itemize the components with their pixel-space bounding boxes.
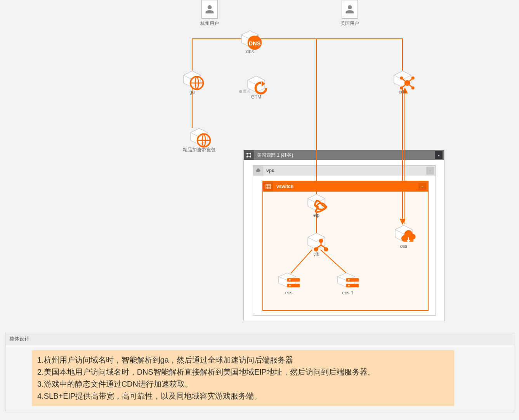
node-ecs1[interactable]: ecs-1 bbox=[337, 271, 359, 296]
vpc-icon bbox=[253, 166, 263, 176]
node-bandwidth[interactable]: 精品加速带宽包 bbox=[183, 128, 215, 153]
user-us-label: 美国用户 bbox=[340, 20, 359, 27]
design-panel: 整体设计 1.杭州用户访问域名时，智能解析到ga，然后通过全球加速访问后端服务器… bbox=[5, 333, 515, 411]
vswitch-icon bbox=[263, 181, 273, 192]
svg-rect-33 bbox=[287, 278, 300, 282]
user-us: 美国用户 bbox=[340, 0, 359, 27]
svg-rect-19 bbox=[246, 153, 248, 154]
svg-point-42 bbox=[348, 285, 350, 287]
region-title: 美国西部 1 (硅谷) bbox=[254, 152, 435, 159]
svg-rect-40 bbox=[346, 284, 359, 287]
svg-rect-21 bbox=[246, 156, 248, 157]
vswitch-collapse-button[interactable]: - bbox=[418, 183, 426, 190]
node-ga[interactable]: ga bbox=[183, 71, 201, 95]
ga-icon bbox=[183, 71, 201, 88]
vpc-collapse-button[interactable]: - bbox=[426, 167, 434, 175]
panel-title: 整体设计 bbox=[5, 333, 515, 345]
node-oss[interactable]: oss bbox=[394, 225, 413, 249]
gtm-retry-tag: 重试 bbox=[243, 89, 250, 94]
vswitch-title: vswitch bbox=[273, 184, 418, 189]
svg-point-41 bbox=[348, 279, 350, 281]
user-hangzhou-label: 杭州用户 bbox=[200, 20, 219, 27]
node-cdn[interactable]: cdn bbox=[393, 71, 412, 95]
region-icon bbox=[244, 150, 254, 160]
svg-point-28 bbox=[319, 239, 323, 243]
svg-rect-23 bbox=[266, 184, 271, 189]
dns-icon: DNS bbox=[241, 30, 259, 47]
region-collapse-button[interactable]: - bbox=[435, 151, 443, 159]
svg-rect-22 bbox=[250, 156, 251, 157]
node-clb[interactable]: clb bbox=[307, 233, 326, 257]
vpc-title: vpc bbox=[263, 168, 426, 173]
node-eip[interactable]: eip bbox=[307, 194, 326, 218]
oss-icon bbox=[394, 225, 413, 242]
clb-icon bbox=[307, 233, 326, 250]
panel-body: 1.杭州用户访问域名时，智能解析到ga，然后通过全球加速访问后端服务器 2.美国… bbox=[32, 350, 454, 406]
svg-text:DNS: DNS bbox=[249, 40, 261, 47]
svg-point-35 bbox=[289, 279, 291, 281]
ecs1-icon bbox=[337, 271, 359, 289]
svg-rect-39 bbox=[346, 278, 359, 282]
design-line-1: 1.杭州用户访问域名时，智能解析到ga，然后通过全球加速访问后端服务器 bbox=[37, 354, 449, 366]
svg-rect-34 bbox=[287, 284, 300, 287]
user-hangzhou: 杭州用户 bbox=[200, 0, 219, 27]
eip-icon bbox=[307, 194, 326, 211]
design-line-3: 3.游戏中的静态文件通过CDN进行加速获取。 bbox=[37, 378, 449, 390]
user-icon bbox=[342, 0, 358, 19]
user-icon bbox=[201, 0, 218, 19]
node-dns[interactable]: DNS dns bbox=[241, 30, 259, 54]
design-line-4: 4.SLB+EIP提供高带宽，高可靠性，以及同地域容灾游戏服务端。 bbox=[37, 390, 449, 402]
svg-rect-20 bbox=[250, 153, 251, 154]
node-gtm[interactable]: 重试 GTM bbox=[247, 76, 266, 100]
node-ecs[interactable]: ecs bbox=[278, 271, 300, 296]
ecs-icon bbox=[278, 271, 300, 289]
bandwidth-icon bbox=[190, 128, 208, 145]
cdn-icon bbox=[393, 71, 412, 88]
design-line-2: 2.美国本地用户访问域名时，DNS智能解析直接解析到美国地域EIP地址，然后访问… bbox=[37, 366, 449, 378]
svg-point-36 bbox=[289, 285, 291, 287]
